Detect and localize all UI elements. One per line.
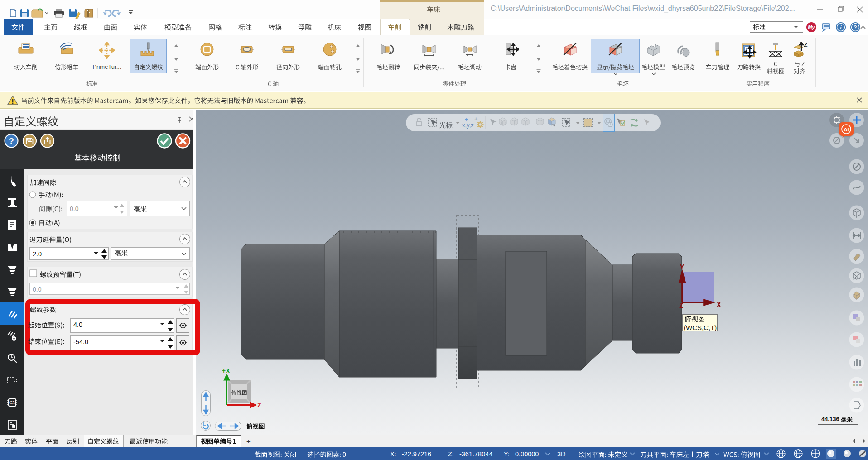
svg-text:My: My xyxy=(808,24,815,30)
svg-text:+: + xyxy=(465,116,468,123)
svg-text:Z: Z xyxy=(257,402,261,409)
svg-text:x,y,z: x,y,z xyxy=(462,122,474,129)
svg-text:G1: G1 xyxy=(9,400,15,405)
svg-text:+: + xyxy=(474,115,478,122)
svg-text:AI: AI xyxy=(844,127,849,132)
svg-text:?: ? xyxy=(854,24,857,31)
svg-text:?: ? xyxy=(9,136,14,146)
svg-text:+X: +X xyxy=(222,367,230,374)
svg-text:i: i xyxy=(840,24,842,31)
svg-text:Z: Z xyxy=(804,42,808,48)
